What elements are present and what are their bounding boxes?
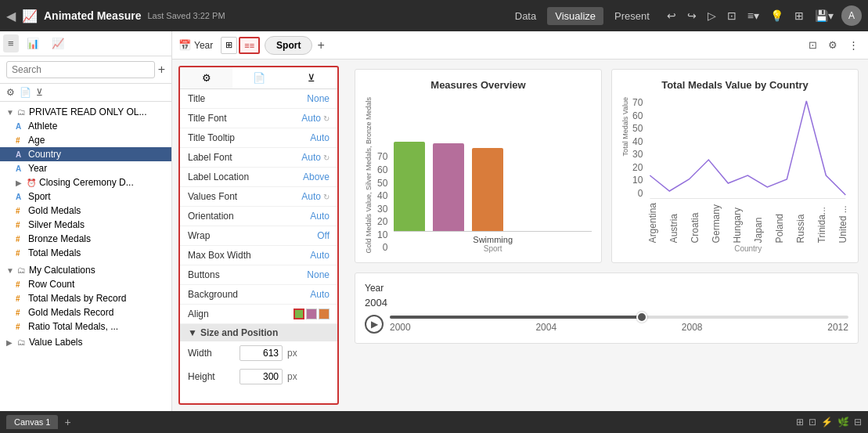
- width-row: Width px: [180, 341, 337, 365]
- titletooltip-prop-label: Title Tooltip: [188, 132, 235, 143]
- tree-item-sport[interactable]: A Sport: [0, 189, 171, 204]
- titlefont-prop-value[interactable]: Auto ↻: [301, 113, 330, 124]
- panel-row-titletooltip: Title Tooltip Auto: [180, 128, 337, 148]
- lightning-bottom-icon[interactable]: ⚡: [821, 417, 833, 428]
- redo-icon[interactable]: ↪: [684, 8, 700, 23]
- lightbulb-icon[interactable]: 💡: [767, 8, 787, 23]
- grid-bottom-icon[interactable]: ⊞: [796, 417, 804, 428]
- topbar-actions: ↩ ↪ ▷ ⊡ ≡▾ 💡 ⊞ 💾▾ A: [664, 5, 862, 26]
- slider-row: ▶ 2000 2004 2008 2012: [365, 315, 848, 334]
- line-chart-title: Total Medals Value by Country: [621, 79, 848, 91]
- tree-group-mycalc[interactable]: ▼ 🗂 My Calculations: [0, 263, 171, 277]
- slider-label-2004: 2004: [535, 322, 556, 333]
- tree-item-gold[interactable]: # Gold Medals: [0, 204, 171, 218]
- avatar[interactable]: A: [841, 5, 862, 26]
- settings-toolbar-icon[interactable]: ⚙: [825, 38, 841, 52]
- year-slider-box: Year 2004 ▶ 2000 2004 2008: [355, 272, 859, 344]
- settings-small-icon[interactable]: ⚙: [6, 87, 15, 98]
- height-label: Height: [188, 371, 235, 382]
- sidebar-tab-fields[interactable]: ≡: [3, 34, 19, 52]
- tree-item-bronze[interactable]: # Bronze Medals: [0, 232, 171, 246]
- tree-item-silver[interactable]: # Silver Medals: [0, 218, 171, 232]
- sidebar-tab-analytics[interactable]: 📈: [47, 34, 69, 52]
- tree-item-country[interactable]: A Country: [0, 147, 171, 161]
- sport-pill-button[interactable]: Sport: [265, 36, 312, 55]
- tree-item-rowcount[interactable]: # Row Count: [0, 277, 171, 291]
- add-canvas-button[interactable]: +: [64, 416, 70, 428]
- slider-thumb[interactable]: [636, 312, 647, 323]
- tree-item-valuelabels[interactable]: ▶ 🗂 Value Labels: [0, 335, 171, 349]
- panel-row-align: Align: [180, 305, 337, 324]
- search-input[interactable]: [6, 61, 155, 78]
- height-input[interactable]: [240, 369, 283, 384]
- nav-data[interactable]: Data: [507, 7, 544, 25]
- panel-row-wrap: Wrap Off: [180, 226, 337, 246]
- background-prop-value[interactable]: Auto: [310, 289, 330, 300]
- maxboxwidth-prop-value[interactable]: Auto: [310, 250, 330, 261]
- add-field-button[interactable]: +: [158, 63, 165, 77]
- nav-visualize[interactable]: Visualize: [547, 7, 603, 25]
- play-icon[interactable]: ▷: [704, 8, 719, 23]
- bar-chart-box: Measures Overview Gold Medals Value, Sil…: [355, 69, 602, 263]
- more-toolbar-icon[interactable]: ⋮: [845, 38, 862, 52]
- canvas-tab[interactable]: Canvas 1: [6, 415, 58, 429]
- swatch-purple[interactable]: [306, 309, 317, 319]
- nav-present[interactable]: Present: [607, 7, 657, 25]
- panel-tab-settings[interactable]: ⚙: [180, 67, 232, 88]
- titletooltip-prop-value[interactable]: Auto: [310, 132, 330, 143]
- tree-group-root[interactable]: ▼ 🗂 PRIVATE READ ONLY OL...: [0, 105, 171, 119]
- title-prop-value[interactable]: None: [307, 93, 330, 104]
- tree-item-year[interactable]: A Year: [0, 161, 171, 175]
- swatch-orange[interactable]: [319, 309, 330, 319]
- swatch-green[interactable]: [294, 309, 304, 319]
- sidebar-tab-charts[interactable]: 📊: [22, 34, 44, 52]
- panel-row-labelloc: Label Location Above: [180, 168, 337, 187]
- type-icon-goldbyrecord: #: [16, 309, 25, 317]
- align-prop-label: Align: [188, 309, 209, 319]
- tree-item-age[interactable]: # Age: [0, 133, 171, 147]
- slider-labels: 2000 2004 2008 2012: [390, 322, 848, 333]
- green-bottom-icon[interactable]: 🌿: [837, 417, 849, 428]
- comment-icon[interactable]: ≡▾: [744, 8, 762, 23]
- tree-item-closing[interactable]: ▶ ⏰ Closing Ceremony D...: [0, 175, 171, 189]
- filter-toolbar-icon[interactable]: ⊡: [805, 38, 820, 52]
- tree-item-ratio[interactable]: # Ratio Total Medals, ...: [0, 319, 171, 334]
- undo-icon[interactable]: ↩: [664, 8, 679, 23]
- wrap-prop-value[interactable]: Off: [317, 230, 330, 241]
- slider-track[interactable]: [390, 316, 848, 319]
- properties-panel: ⚙ 📄 ⊻ Title None Title Font Auto ↻ Title…: [178, 66, 339, 405]
- grid-icon[interactable]: ⊞: [791, 8, 807, 23]
- labelfont-prop-value[interactable]: Auto ↻: [301, 152, 330, 163]
- tree-item-athlete[interactable]: A Athlete: [0, 119, 171, 133]
- buttons-prop-label: Buttons: [188, 269, 220, 280]
- play-button[interactable]: ▶: [365, 315, 384, 334]
- align-swatch[interactable]: [294, 309, 330, 319]
- collapse-bottom-icon[interactable]: ⊟: [854, 417, 862, 428]
- tree-item-total[interactable]: # Total Medals: [0, 246, 171, 260]
- tree-item-goldbyrecord[interactable]: # Gold Medals Record: [0, 305, 171, 319]
- capture-icon[interactable]: ⊡: [724, 8, 740, 23]
- item-label-silver: Silver Medals: [28, 219, 165, 230]
- size-position-section[interactable]: ▼ Size and Position: [180, 324, 337, 341]
- list-view-button[interactable]: ≡≡: [239, 37, 260, 54]
- year-slider-label: Year: [365, 283, 848, 294]
- labelloc-prop-value[interactable]: Above: [303, 171, 330, 182]
- orientation-prop-value[interactable]: Auto: [310, 211, 330, 222]
- add-pill-button[interactable]: +: [317, 38, 324, 52]
- table-view-button[interactable]: ⊞: [221, 37, 237, 54]
- panel-tab-doc[interactable]: 📄: [232, 67, 285, 88]
- tree-item-totalbyrecord[interactable]: # Total Medals by Record: [0, 291, 171, 305]
- height-row: Height px: [180, 365, 337, 388]
- valuesfont-prop-value[interactable]: Auto ↻: [301, 191, 330, 202]
- back-button[interactable]: ◀: [6, 9, 16, 23]
- filter-bottom-icon[interactable]: ⊡: [809, 417, 816, 428]
- width-input[interactable]: [240, 345, 283, 361]
- buttons-prop-value[interactable]: None: [307, 269, 330, 280]
- save-icon[interactable]: 💾▾: [812, 8, 837, 23]
- type-icon-year: A: [16, 164, 25, 173]
- panel-row-background: Background Auto: [180, 285, 337, 305]
- filter-icon[interactable]: ⊻: [36, 87, 43, 98]
- folder-icon[interactable]: 📄: [20, 87, 31, 98]
- item-label-ratio: Ratio Total Medals, ...: [28, 321, 165, 332]
- panel-tab-filter[interactable]: ⊻: [285, 67, 337, 88]
